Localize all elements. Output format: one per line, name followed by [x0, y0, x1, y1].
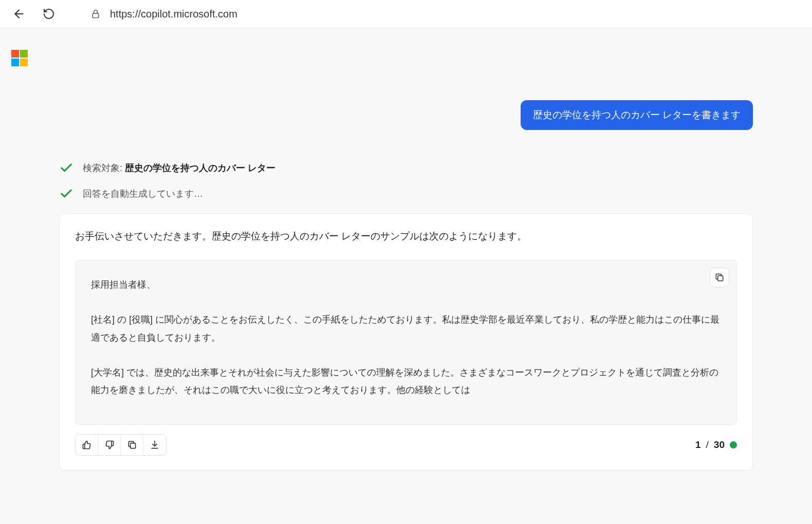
- svg-rect-3: [130, 443, 135, 448]
- copy-response-button[interactable]: [121, 435, 143, 455]
- letter-paragraph: [社名] の [役職] に関心があることをお伝えしたく、この手紙をしたためており…: [91, 311, 721, 346]
- pagination-indicator: 1/30: [695, 439, 737, 451]
- page-current: 1: [695, 439, 701, 451]
- svg-rect-2: [718, 276, 723, 281]
- dislike-button[interactable]: [98, 435, 121, 455]
- refresh-icon: [43, 8, 55, 20]
- copy-icon: [127, 440, 137, 450]
- browser-nav-bar: https://copilot.microsoft.com: [0, 0, 812, 28]
- svg-rect-1: [93, 13, 99, 17]
- refresh-button[interactable]: [40, 5, 58, 23]
- feedback-actions: [75, 434, 167, 456]
- page-total: 30: [714, 439, 725, 451]
- check-icon: [59, 161, 73, 175]
- copy-button[interactable]: [710, 268, 729, 287]
- arrow-left-icon: [12, 7, 26, 21]
- response-footer: 1/30: [75, 434, 737, 456]
- thumbs-down-icon: [104, 440, 115, 450]
- microsoft-logo[interactable]: [11, 50, 28, 66]
- status-dot-icon: [730, 441, 737, 448]
- content-area: 歴史の学位を持つ人のカバー レターを書きます 検索対象: 歴史の学位を持つ人のカ…: [0, 28, 812, 524]
- like-button[interactable]: [76, 435, 98, 455]
- search-query: 歴史の学位を持つ人のカバー レター: [125, 163, 275, 173]
- back-button[interactable]: [10, 5, 28, 23]
- response-intro: お手伝いさせていただきます。歴史の学位を持つ人のカバー レターのサンプルは次のよ…: [75, 228, 737, 245]
- letter-code-block: 採用担当者様、 [社名] の [役職] に関心があることをお伝えしたく、この手紙…: [75, 260, 737, 425]
- page-separator: /: [706, 439, 709, 451]
- address-bar[interactable]: https://copilot.microsoft.com: [90, 8, 237, 20]
- export-button[interactable]: [143, 435, 166, 455]
- status-generating: 回答を自動生成しています…: [59, 186, 753, 201]
- user-message-bubble: 歴史の学位を持つ人のカバー レターを書きます: [521, 100, 753, 130]
- letter-paragraph: 採用担当者様、: [91, 276, 721, 293]
- thumbs-up-icon: [82, 440, 92, 450]
- check-icon: [59, 186, 73, 201]
- url-text: https://copilot.microsoft.com: [110, 8, 237, 20]
- generating-label: 回答を自動生成しています…: [83, 188, 203, 200]
- lock-icon: [90, 9, 101, 19]
- response-card: お手伝いさせていただきます。歴史の学位を持つ人のカバー レターのサンプルは次のよ…: [59, 213, 753, 471]
- status-section: 検索対象: 歴史の学位を持つ人のカバー レター 回答を自動生成しています…: [59, 161, 753, 201]
- download-icon: [150, 440, 160, 450]
- status-search: 検索対象: 歴史の学位を持つ人のカバー レター: [59, 161, 753, 175]
- letter-paragraph: [大学名] では、歴史的な出来事とそれが社会に与えた影響についての理解を深めまし…: [91, 364, 721, 399]
- chat-container: 歴史の学位を持つ人のカバー レターを書きます 検索対象: 歴史の学位を持つ人のカ…: [59, 49, 753, 471]
- search-label: 検索対象:: [83, 163, 125, 173]
- copy-icon: [714, 272, 725, 283]
